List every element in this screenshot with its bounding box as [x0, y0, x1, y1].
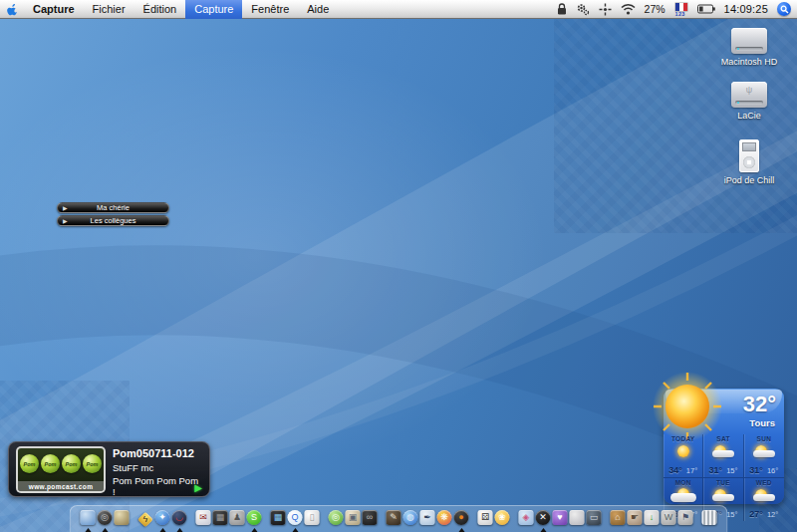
dock-icon-iphoto[interactable]: ◈ [519, 510, 534, 525]
weather-widget[interactable]: 32° Tours TODAY 34°17° SAT 31°15° SUN 31… [664, 389, 784, 504]
dock-icon-rosette[interactable]: ❀ [495, 510, 510, 525]
album-art-apples: Pom Pom Pom Pom [20, 454, 102, 473]
current-temperature: 32° [743, 392, 776, 417]
dock-icon-finder[interactable] [81, 510, 96, 525]
wifi-icon[interactable] [621, 0, 636, 19]
desktop-icon-label: Macintosh HD [717, 57, 781, 67]
menu-capture-3[interactable]: Capture [185, 0, 242, 19]
dark-frame-glyph: ▭ [590, 513, 599, 522]
dock-icon-ipod[interactable]: ▯ [305, 510, 320, 525]
dock-icon-door[interactable] [115, 510, 130, 525]
skype-glyph: S [251, 513, 257, 522]
dock-icon-keyboard[interactable]: ▦ [213, 510, 228, 525]
pen-ink-glyph: ✒ [423, 513, 431, 522]
disclosure-triangle-icon[interactable]: ▶ [63, 216, 68, 226]
documents-w-glyph: W [664, 513, 673, 522]
apple-menu[interactable] [0, 0, 24, 19]
person-glyph: ♟ [233, 513, 241, 522]
menu-fentre-4[interactable]: Fenêtre [242, 0, 298, 19]
dock-icon-pinwheel[interactable]: ❋ [437, 510, 452, 525]
menu-capture-0[interactable]: Capture [24, 0, 84, 19]
group-pill-0[interactable]: ▶Ma chérie [57, 202, 169, 213]
keyboard-glyph: ▦ [216, 513, 225, 522]
forecast-temps: 31°16° [744, 459, 784, 477]
ipod-apps-glyph: ▦ [274, 513, 283, 522]
dock-icon-camera-lens[interactable]: ◎ [98, 510, 113, 525]
dock-icon-x-app[interactable]: ✕ [536, 510, 551, 525]
green-apple-icon: Pom [41, 454, 60, 473]
gears-icon[interactable] [576, 0, 590, 19]
dock-icon-dark-frame[interactable]: ▭ [587, 510, 602, 525]
dock-icon-apple-box[interactable] [570, 510, 585, 525]
dock-icon-camino[interactable]: ◡ [172, 510, 187, 525]
crosshair-icon[interactable] [599, 0, 612, 19]
green-apple-icon: Pom [83, 454, 102, 473]
apple-logo-icon [6, 2, 19, 17]
dock-icon-graphics-pencil[interactable]: ✎ [387, 510, 401, 525]
desktop-icon-ipod[interactable]: iPod de Chill [717, 139, 781, 185]
forecast-weather-icon [703, 487, 742, 504]
high-temp: 31° [709, 465, 723, 475]
safari-glyph: ✦ [158, 513, 166, 522]
track-title: Pom050711-012 [113, 447, 203, 459]
forecast-cell: SUN 31°16° [744, 434, 784, 478]
forecast-day: MON [664, 479, 702, 486]
keychain-lock-icon[interactable] [557, 0, 567, 19]
forecast-day: SUN [744, 435, 784, 442]
keyboard-layout-flag-fr[interactable]: 123 [674, 2, 688, 17]
menu-bar-clock[interactable]: 14:09:25 [724, 3, 768, 15]
dock-icon-ipod-apps[interactable]: ▦ [271, 510, 286, 525]
dice-glyph: ⚄ [481, 513, 489, 522]
desktop: CaptureFichierÉditionCaptureFenêtreAide … [0, 0, 797, 532]
dock-icon-blue-globe[interactable]: ◍ [403, 510, 418, 525]
dock-icon-binoculars[interactable]: ∞ [363, 510, 378, 525]
battery-icon[interactable] [697, 0, 715, 19]
dock-icon-documents-w[interactable]: W [662, 510, 676, 525]
menu-fichier-1[interactable]: Fichier [84, 0, 134, 19]
music-player-widget[interactable]: Pom Pom Pom Pom www.pomcast.com Pom05071… [8, 441, 210, 497]
ipod-icon [739, 139, 759, 172]
high-temp: 34° [668, 465, 682, 475]
hard-drive-icon [731, 28, 767, 54]
weather-city: Tours [749, 417, 775, 428]
disclosure-triangle-icon[interactable]: ▶ [63, 203, 68, 213]
track-artist: StuFF mc [113, 462, 203, 473]
forecast-cell: SAT 31°15° [703, 434, 743, 478]
x-app-glyph: ✕ [539, 513, 547, 522]
group-pill-1[interactable]: ▶Les collègues [57, 215, 169, 226]
dock-icon-trash[interactable] [702, 510, 717, 525]
purple-heart-glyph: ♥ [557, 513, 562, 522]
dock-icon-quicksilver[interactable]: ϟ [137, 512, 153, 528]
dock-icon-photo-stack[interactable]: ▣ [346, 510, 361, 525]
forecast-weather-icon [664, 443, 702, 460]
low-temp: 15° [726, 510, 737, 519]
dock-icon-dark-disc[interactable]: ● [454, 510, 469, 525]
dock-icon-person[interactable]: ♟ [230, 510, 245, 525]
dock-icon-pen-ink[interactable]: ✒ [420, 510, 435, 525]
battery-percent[interactable]: 27% [645, 3, 665, 15]
dock-icon-home-folder[interactable]: ⌂ [611, 510, 626, 525]
dock-icon-quicktime[interactable]: Q [288, 510, 303, 525]
dock-icon-installer[interactable]: ↓ [645, 510, 660, 525]
forecast-day: SAT [703, 435, 742, 442]
dock-icon-purple-heart[interactable]: ♥ [553, 510, 568, 525]
firewire-drive-icon: ψ [731, 82, 767, 108]
desktop-icon-macintosh-hd[interactable]: Macintosh HD [717, 28, 781, 67]
sun-icon [677, 445, 689, 457]
dock-icon-dice[interactable]: ⚄ [478, 510, 493, 525]
menu-aide-5[interactable]: Aide [298, 0, 338, 19]
forecast-grid: TODAY 34°17° SAT 31°15° SUN 31°16° MON 3… [664, 434, 784, 502]
dock-icon-hand-tools[interactable]: ☛ [628, 510, 643, 525]
dock-icon-mail[interactable]: ✉ [196, 510, 211, 525]
dock-icon-cd-burner[interactable]: ◎ [329, 510, 344, 525]
spotlight-icon[interactable] [777, 2, 791, 16]
dock-icon-skype[interactable]: S [247, 510, 262, 525]
dock-icon-safari[interactable]: ✦ [155, 510, 170, 525]
desktop-icon-lacie[interactable]: ψ LaCie [717, 82, 781, 121]
menu-bar: CaptureFichierÉditionCaptureFenêtreAide … [0, 0, 797, 19]
menu-dition-2[interactable]: Édition [134, 0, 186, 19]
quicktime-glyph: Q [291, 513, 298, 522]
cloud-icon [670, 493, 696, 502]
play-button[interactable]: ▶ [194, 483, 202, 493]
dock-icon-flag-doc[interactable]: ⚑ [678, 510, 693, 525]
